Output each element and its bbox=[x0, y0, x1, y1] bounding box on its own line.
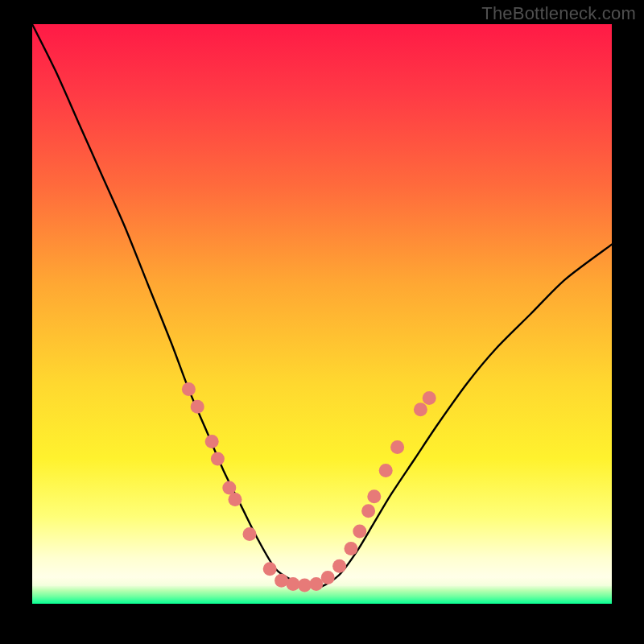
curve-marker bbox=[309, 577, 323, 591]
curve-marker bbox=[414, 402, 427, 416]
watermark-text: TheBottleneck.com bbox=[481, 3, 636, 24]
curve-marker bbox=[263, 562, 277, 576]
curve-marker bbox=[287, 577, 300, 591]
curve-marker bbox=[275, 574, 288, 588]
curve-marker bbox=[229, 493, 242, 506]
curve-marker bbox=[345, 542, 358, 555]
curve-layer bbox=[32, 24, 612, 604]
plot-area bbox=[32, 24, 612, 604]
curve-marker bbox=[191, 400, 204, 414]
curve-marker bbox=[321, 571, 335, 584]
curve-marker bbox=[379, 464, 393, 477]
curve-markers bbox=[182, 382, 436, 592]
curve-marker bbox=[222, 481, 236, 495]
bottleneck-curve bbox=[32, 24, 612, 588]
curve-marker bbox=[367, 489, 381, 503]
curve-marker bbox=[423, 391, 436, 405]
curve-marker bbox=[205, 435, 219, 448]
chart-frame: TheBottleneck.com bbox=[0, 0, 644, 644]
curve-marker bbox=[243, 527, 257, 541]
curve-marker bbox=[182, 382, 196, 396]
curve-marker bbox=[211, 452, 225, 466]
curve-marker bbox=[390, 440, 404, 454]
curve-marker bbox=[298, 578, 312, 592]
curve-marker bbox=[361, 504, 375, 518]
curve-marker bbox=[332, 559, 346, 573]
curve-marker bbox=[353, 525, 366, 539]
